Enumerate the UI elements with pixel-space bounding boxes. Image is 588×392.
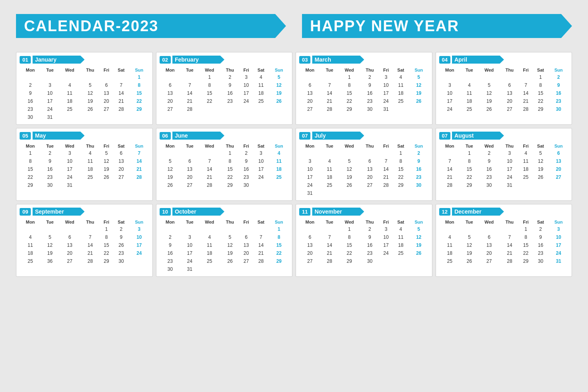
calendar-grid: 01JanuaryMonTueWedThuFriSatSun1234567891… <box>16 52 572 277</box>
page-header: CALENDAR-2023 HAPPY NEW YEAR <box>16 12 572 40</box>
calendar-day: 27 <box>240 257 253 265</box>
calendar-day <box>220 225 240 233</box>
calendar-day: 23 <box>20 105 41 113</box>
calendar-day: 14 <box>81 241 100 249</box>
day-header-mon: Mon <box>439 67 461 73</box>
day-header-fri: Fri <box>240 67 253 73</box>
day-header-thu: Thu <box>220 143 240 149</box>
day-header-tue: Tue <box>41 67 59 73</box>
calendar-day: 6 <box>59 233 81 241</box>
calendar-day <box>532 181 549 189</box>
calendar-day: 26 <box>460 257 478 265</box>
calendar-day: 2 <box>478 149 500 157</box>
calendar-day: 28 <box>253 257 269 265</box>
calendar-day: 23 <box>113 249 130 257</box>
calendar-day: 8 <box>100 233 113 241</box>
calendar-day: 15 <box>393 165 409 173</box>
calendar-day: 3 <box>299 157 321 165</box>
calendar-day: 15 <box>460 165 478 173</box>
month-box-march: 03MarchMonTueWedThuFriSatSun123456789101… <box>296 52 432 125</box>
calendar-day: 2 <box>409 149 428 157</box>
calendar-day <box>240 225 253 233</box>
calendar-day: 1 <box>460 149 478 157</box>
calendar-day: 28 <box>519 105 532 113</box>
calendar-day: 21 <box>113 97 130 105</box>
table-row: 2627282930 <box>160 181 289 189</box>
calendar-day <box>81 225 100 233</box>
calendar-day: 3 <box>379 225 392 233</box>
table-row: 20212223242526 <box>160 97 289 105</box>
calendar-day: 2 <box>160 233 181 241</box>
month-name-march: March <box>312 56 364 64</box>
calendar-title-banner: CALENDAR-2023 <box>16 12 286 40</box>
day-header-sun: Sun <box>549 219 568 225</box>
calendar-day: 15 <box>338 241 360 249</box>
calendar-day: 14 <box>519 89 532 97</box>
calendar-day <box>321 225 338 233</box>
calendar-day: 23 <box>532 249 549 257</box>
calendar-day: 16 <box>478 165 500 173</box>
calendar-day: 24 <box>181 257 198 265</box>
calendar-day: 26 <box>269 97 289 105</box>
table-row: 12 <box>299 149 429 157</box>
calendar-day <box>478 73 500 81</box>
calendar-day: 31 <box>379 105 392 113</box>
calendar-day <box>160 225 181 233</box>
table-row: 16171819202122 <box>160 249 289 257</box>
month-box-february: 02FebruaryMonTueWedThuFriSatSun123456789… <box>156 52 293 125</box>
calendar-day: 13 <box>100 89 113 97</box>
day-header-wed: Wed <box>59 219 81 225</box>
calendar-day: 27 <box>100 105 113 113</box>
calendar-day: 10 <box>240 81 253 89</box>
table-row: 12131415161718 <box>160 165 289 173</box>
table-row: 28293031 <box>439 181 569 189</box>
calendar-day: 24 <box>439 105 461 113</box>
calendar-day: 3 <box>41 81 59 89</box>
table-row: 253627282930 <box>20 257 149 265</box>
calendar-day: 30 <box>240 181 253 189</box>
calendar-day: 11 <box>198 241 220 249</box>
calendar-day <box>393 189 409 197</box>
calendar-day: 17 <box>379 241 392 249</box>
calendar-day <box>240 105 253 113</box>
calendar-day: 27 <box>299 105 321 113</box>
calendar-day: 27 <box>360 181 380 189</box>
month-header-december: 12December <box>439 208 569 216</box>
month-name-february: February <box>172 56 224 64</box>
calendar-day: 11 <box>20 241 41 249</box>
calendar-day: 20 <box>299 97 321 105</box>
table-row: 45678910 <box>439 233 569 241</box>
calendar-day: 31 <box>181 265 198 273</box>
calendar-day: 9 <box>113 233 130 241</box>
calendar-day: 21 <box>253 249 269 257</box>
calendar-day: 6 <box>100 81 113 89</box>
happy-new-year-banner: HAPPY NEW YEAR <box>302 12 572 40</box>
calendar-day: 20 <box>478 249 500 257</box>
calendar-day: 28 <box>129 173 149 181</box>
calendar-day: 12 <box>100 157 113 165</box>
table-row: 17181920212223 <box>439 97 569 105</box>
calendar-day: 15 <box>220 165 240 173</box>
calendar-day: 11 <box>59 89 81 97</box>
calendar-day: 5 <box>160 157 181 165</box>
day-header-sat: Sat <box>113 67 130 73</box>
calendar-day <box>439 225 461 233</box>
day-header-sat: Sat <box>393 67 409 73</box>
calendar-day: 11 <box>253 81 269 89</box>
calendar-day: 14 <box>379 165 392 173</box>
month-table-july: MonTueWedThuFriSatSun1234567891011121314… <box>299 143 429 197</box>
calendar-day: 19 <box>409 89 428 97</box>
day-header-fri: Fri <box>379 219 392 225</box>
calendar-day: 11 <box>519 157 532 165</box>
day-header-mon: Mon <box>20 143 41 149</box>
calendar-day: 18 <box>393 241 409 249</box>
day-header-sun: Sun <box>129 67 149 73</box>
calendar-day <box>321 189 338 197</box>
calendar-day: 22 <box>460 173 478 181</box>
month-header-february: 02February <box>160 56 289 64</box>
calendar-day: 1 <box>220 149 240 157</box>
calendar-day: 14 <box>181 89 198 97</box>
calendar-day: 2 <box>532 225 549 233</box>
calendar-day <box>100 181 113 189</box>
day-header-sun: Sun <box>269 219 289 225</box>
